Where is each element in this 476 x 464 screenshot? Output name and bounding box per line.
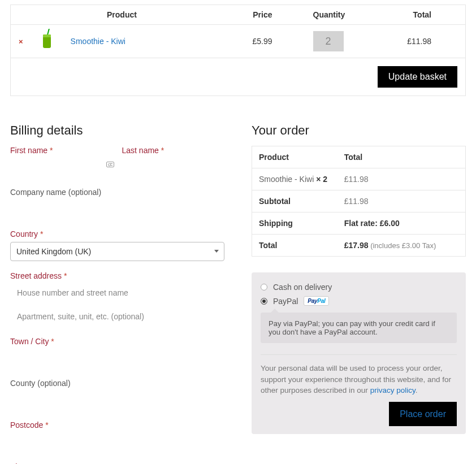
basket-table: Product Price Quantity Total × Smoothie … [10, 5, 466, 96]
country-select[interactable]: United Kingdom (UK) [10, 242, 224, 261]
last-name-field-wrap: Last name * [122, 146, 225, 177]
order-item-qty: × 2 [316, 175, 327, 184]
paypal-badge-icon: PayPal [304, 296, 329, 306]
paypal-label: PayPal [273, 297, 298, 306]
quantity-input[interactable] [313, 31, 344, 51]
county-label: County (optional) [10, 379, 224, 388]
last-name-input[interactable] [122, 158, 225, 177]
county-input[interactable] [10, 391, 224, 410]
company-input[interactable] [10, 200, 224, 219]
company-label: Company name (optional) [10, 188, 224, 197]
place-order-button[interactable]: Place order [389, 402, 457, 426]
basket-header-product: Product [11, 5, 217, 25]
postcode-input[interactable] [10, 433, 224, 452]
basket-row: × Smoothie - Kiwi £5.99 £11.98 [11, 25, 466, 58]
order-total-value-cell: £17.98 (includes £3.00 Tax) [337, 235, 466, 257]
first-name-field-wrap: First name * [10, 146, 113, 177]
privacy-note: Your personal data will be used to proce… [261, 354, 457, 426]
radio-icon-checked [261, 298, 267, 305]
smoothie-glass-icon [43, 34, 51, 48]
order-total-label: Total [252, 235, 337, 257]
city-input[interactable] [10, 349, 224, 368]
order-col-product: Product [252, 146, 337, 168]
update-basket-button[interactable]: Update basket [378, 66, 457, 88]
last-name-label: Last name * [122, 146, 225, 155]
street2-input[interactable]: Apartment, suite, unit, etc. (optional) [10, 307, 224, 327]
remove-item-icon[interactable]: × [19, 37, 23, 46]
order-item-name: Smoothie - Kiwi [259, 175, 316, 184]
billing-heading: Billing details [10, 123, 224, 138]
city-label: Town / City * [10, 337, 224, 346]
pay-option-paypal[interactable]: PayPal PayPal [261, 294, 457, 308]
country-select-wrap: United Kingdom (UK) [10, 242, 224, 261]
street-label: Street address * [10, 271, 224, 280]
first-name-label: First name * [10, 146, 113, 155]
privacy-policy-link[interactable]: privacy policy [370, 386, 416, 394]
shipping-value: Flat rate: £6.00 [337, 213, 466, 235]
subtotal-label: Subtotal [252, 190, 337, 213]
postcode-label: Postcode * [10, 420, 224, 430]
subtotal-value: £11.98 [337, 190, 466, 213]
basket-item-total: £11.98 [387, 25, 466, 58]
radio-icon [261, 284, 267, 290]
payment-box: Cash on delivery PayPal PayPal Pay via P… [252, 272, 466, 434]
shipping-label: Shipping [252, 213, 337, 235]
contact-card-icon [106, 162, 114, 167]
order-total-value: £17.98 [344, 241, 369, 250]
product-name-link[interactable]: Smoothie - Kiwi [71, 37, 126, 46]
country-label: Country * [10, 229, 224, 238]
order-item-name-cell: Smoothie - Kiwi × 2 [252, 168, 337, 190]
order-heading: Your order [252, 123, 466, 138]
order-tax-note: (includes £3.00 Tax) [369, 241, 436, 250]
order-summary-table: Product Total Smoothie - Kiwi × 2 £11.98… [252, 146, 466, 257]
order-item-total: £11.98 [337, 168, 466, 190]
street-input[interactable]: House number and street name [10, 284, 224, 303]
order-col-total: Total [337, 146, 466, 168]
basket-header-total: Total [387, 5, 466, 25]
first-name-input[interactable] [10, 158, 113, 177]
basket-header-price: Price [217, 5, 279, 25]
product-thumbnail[interactable] [38, 30, 56, 53]
paypal-description: Pay via PayPal; you can pay with your cr… [261, 313, 457, 343]
basket-item-price: £5.99 [217, 25, 279, 58]
basket-header-qty: Quantity [279, 5, 387, 25]
pay-option-cod[interactable]: Cash on delivery [261, 280, 457, 294]
cod-label: Cash on delivery [273, 283, 332, 292]
